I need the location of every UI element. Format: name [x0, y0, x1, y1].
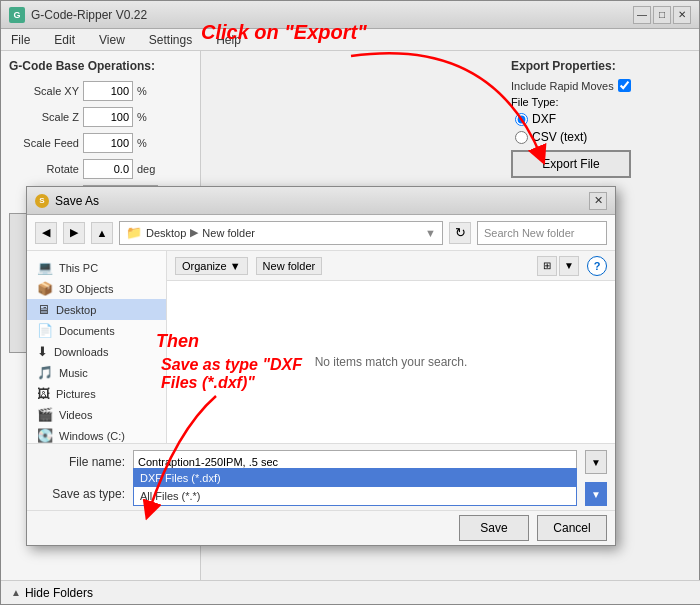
dialog-title-text: Save As — [55, 194, 99, 208]
menu-view[interactable]: View — [93, 31, 131, 49]
save-dialog: S Save As ✕ ◀ ▶ ▲ 📁 Desktop ▶ New folder… — [26, 186, 616, 546]
sidebar-item-documents[interactable]: 📄 Documents — [27, 320, 166, 341]
path-dropdown-arrow[interactable]: ▼ — [425, 227, 436, 239]
window-controls: — □ ✕ — [633, 6, 691, 24]
menu-edit[interactable]: Edit — [48, 31, 81, 49]
videos-icon: 🎬 — [37, 407, 53, 422]
windows-c-icon: 💽 — [37, 428, 53, 443]
scale-z-label: Scale Z — [9, 111, 79, 123]
include-rapid-moves-checkbox[interactable] — [618, 79, 631, 92]
dialog-toolbar: ◀ ▶ ▲ 📁 Desktop ▶ New folder ▼ ↻ Search … — [27, 215, 615, 251]
nav-up-button[interactable]: ▲ — [91, 222, 113, 244]
app-title: G-Code-Ripper V0.22 — [31, 8, 147, 22]
savetype-option-dxf[interactable]: DXF Files (*.dxf) — [134, 469, 576, 487]
organize-button[interactable]: Organize ▼ — [175, 257, 248, 275]
menu-help[interactable]: Help — [210, 31, 247, 49]
scale-xy-row: Scale XY % — [9, 81, 192, 101]
sidebar-item-windows-c[interactable]: 💽 Windows (C:) — [27, 425, 166, 443]
dialog-file-area: No items match your search. — [167, 281, 615, 443]
music-icon: 🎵 — [37, 365, 53, 380]
include-rapid-moves-row: Include Rapid Moves — [511, 79, 691, 92]
file-type-label: File Type: — [511, 96, 691, 108]
menu-settings[interactable]: Settings — [143, 31, 198, 49]
dialog-sidebar: 💻 This PC 📦 3D Objects 🖥 Desktop 📄 Docum… — [27, 251, 167, 443]
sidebar-item-pictures[interactable]: 🖼 Pictures — [27, 383, 166, 404]
filename-label: File name: — [35, 455, 125, 469]
sidebar-item-thispc[interactable]: 💻 This PC — [27, 257, 166, 278]
savetype-option-all[interactable]: All Files (*.*) — [134, 487, 576, 505]
view-dropdown-btn[interactable]: ▼ — [559, 256, 579, 276]
menu-bar: File Edit View Settings Help — [1, 29, 699, 51]
scale-xy-input[interactable] — [83, 81, 133, 101]
new-folder-button[interactable]: New folder — [256, 257, 323, 275]
dxf-radio[interactable] — [515, 113, 528, 126]
save-button[interactable]: Save — [459, 515, 529, 541]
dialog-body: 💻 This PC 📦 3D Objects 🖥 Desktop 📄 Docum… — [27, 251, 615, 443]
close-button[interactable]: ✕ — [673, 6, 691, 24]
path-folder: New folder — [202, 227, 255, 239]
dialog-title-left: S Save As — [35, 194, 99, 208]
dialog-icon: S — [35, 194, 49, 208]
hide-folders-label: Hide Folders — [25, 586, 93, 600]
export-file-button[interactable]: Export File — [511, 150, 631, 178]
3dobjects-icon: 📦 — [37, 281, 53, 296]
export-properties-title: Export Properties: — [511, 59, 691, 73]
documents-icon: 📄 — [37, 323, 53, 338]
dxf-label: DXF — [532, 112, 556, 126]
path-bar: 📁 Desktop ▶ New folder ▼ — [119, 221, 443, 245]
scale-z-row: Scale Z % — [9, 107, 192, 127]
downloads-icon: ⬇ — [37, 344, 48, 359]
savetype-dropdown-btn2[interactable]: ▼ — [585, 482, 607, 506]
dialog-organize-bar: Organize ▼ New folder ⊞ ▼ ? — [167, 251, 615, 281]
rotate-label: Rotate — [9, 163, 79, 175]
include-rapid-moves-label: Include Rapid Moves — [511, 80, 614, 92]
dialog-bottom: File name: ▼ Save as type: DXF Files (*.… — [27, 443, 615, 545]
app-window: G G-Code-Ripper V0.22 — □ ✕ File Edit Vi… — [0, 0, 700, 605]
scale-feed-label: Scale Feed — [9, 137, 79, 149]
scale-feed-input[interactable] — [83, 133, 133, 153]
minimize-button[interactable]: — — [633, 6, 651, 24]
dialog-sub-content: Organize ▼ New folder ⊞ ▼ ? No items mat… — [167, 251, 615, 443]
scale-feed-row: Scale Feed % — [9, 133, 192, 153]
filename-dropdown-btn[interactable]: ▼ — [585, 450, 607, 474]
scale-xy-label: Scale XY — [9, 85, 79, 97]
help-button[interactable]: ? — [587, 256, 607, 276]
sidebar-item-3dobjects[interactable]: 📦 3D Objects — [27, 278, 166, 299]
dxf-radio-row: DXF — [515, 112, 691, 126]
menu-file[interactable]: File — [5, 31, 36, 49]
savetype-select-wrapper: DXF Files (*.dxf) ▼ DXF Files (*.dxf) Al… — [133, 482, 577, 506]
path-folder-icon: 📁 — [126, 225, 142, 240]
hide-folders-arrow-icon: ▲ — [11, 587, 21, 598]
dialog-close-button[interactable]: ✕ — [589, 192, 607, 210]
sidebar-item-downloads[interactable]: ⬇ Downloads — [27, 341, 166, 362]
scale-z-input[interactable] — [83, 107, 133, 127]
rotate-row: Rotate deg — [9, 159, 192, 179]
rotate-unit: deg — [137, 163, 167, 175]
dialog-footer-buttons: Save Cancel — [27, 510, 615, 545]
nav-back-button[interactable]: ◀ — [35, 222, 57, 244]
savetype-row: Save as type: DXF Files (*.dxf) ▼ DXF Fi… — [27, 480, 615, 510]
cancel-button[interactable]: Cancel — [537, 515, 607, 541]
hide-folders-bar[interactable]: ▲ Hide Folders — [1, 580, 700, 604]
title-bar: G G-Code-Ripper V0.22 — □ ✕ — [1, 1, 699, 29]
scale-xy-unit: % — [137, 85, 167, 97]
app-icon: G — [9, 7, 25, 23]
maximize-button[interactable]: □ — [653, 6, 671, 24]
sidebar-item-music[interactable]: 🎵 Music — [27, 362, 166, 383]
thispc-icon: 💻 — [37, 260, 53, 275]
sidebar-item-desktop[interactable]: 🖥 Desktop — [27, 299, 166, 320]
refresh-button[interactable]: ↻ — [449, 222, 471, 244]
csv-radio-row: CSV (text) — [515, 130, 691, 144]
savetype-dropdown-list: DXF Files (*.dxf) All Files (*.*) — [133, 468, 577, 506]
nav-forward-button[interactable]: ▶ — [63, 222, 85, 244]
csv-radio[interactable] — [515, 131, 528, 144]
path-root: Desktop — [146, 227, 186, 239]
savetype-label: Save as type: — [35, 487, 125, 501]
search-box[interactable]: Search New folder — [477, 221, 607, 245]
view-icon-btn[interactable]: ⊞ — [537, 256, 557, 276]
no-items-text: No items match your search. — [315, 355, 468, 369]
sidebar-item-videos[interactable]: 🎬 Videos — [27, 404, 166, 425]
view-icons: ⊞ ▼ — [537, 256, 579, 276]
pictures-icon: 🖼 — [37, 386, 50, 401]
rotate-input[interactable] — [83, 159, 133, 179]
